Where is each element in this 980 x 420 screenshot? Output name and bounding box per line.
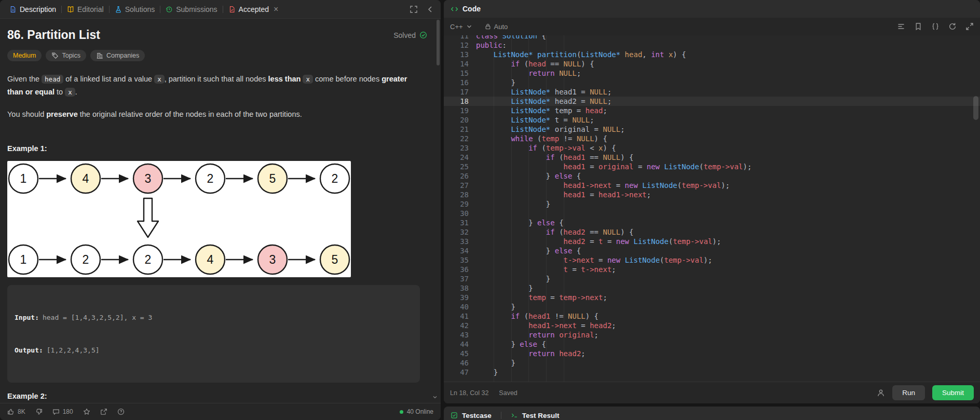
code-line-36[interactable]: 36 t = t->next;	[444, 265, 980, 274]
submit-button[interactable]: Submit	[932, 385, 974, 400]
run-button[interactable]: Run	[892, 385, 925, 400]
help-button[interactable]	[117, 408, 125, 415]
line-content: return head2;	[476, 349, 586, 358]
scrollbar-thumb[interactable]	[437, 20, 440, 65]
code-line-19[interactable]: 19 ListNode* temp = head;	[444, 106, 980, 115]
code-line-30[interactable]: 30	[444, 209, 980, 218]
tab-editorial[interactable]: Editorial	[62, 0, 109, 18]
code-line-29[interactable]: 29 }	[444, 199, 980, 209]
code-line-22[interactable]: 22 while (temp != NULL) {	[444, 134, 980, 143]
share-button[interactable]	[100, 408, 107, 415]
debugger-icon[interactable]	[877, 389, 885, 397]
line-content: t->next = new ListNode(temp->val);	[476, 255, 712, 265]
code-line-28[interactable]: 28 head1 = head1->next;	[444, 190, 980, 199]
code-line-44[interactable]: 44 } else {	[444, 340, 980, 349]
code-line-37[interactable]: 37 }	[444, 274, 980, 283]
expand-panel-icon[interactable]	[410, 5, 418, 13]
tab-test-result[interactable]: Test Result	[522, 412, 560, 419]
tab-label: Editorial	[77, 5, 104, 13]
language-selector[interactable]: C++	[450, 23, 473, 31]
topics-badge[interactable]: Topics	[46, 50, 86, 61]
code-line-31[interactable]: 31 } else {	[444, 218, 980, 227]
code-line-11[interactable]: 11class Solution {	[444, 35, 980, 40]
favorite-button[interactable]	[83, 408, 90, 415]
close-icon[interactable]: ×	[274, 5, 278, 13]
code-line-39[interactable]: 39 temp = temp->next;	[444, 293, 980, 302]
tab-accepted[interactable]: Accepted×	[223, 0, 284, 18]
comments-button[interactable]: 180	[52, 408, 73, 415]
inline-code: x	[154, 75, 165, 84]
inline-code: x	[303, 75, 313, 84]
tab-solutions[interactable]: Solutions	[110, 0, 160, 18]
companies-badge[interactable]: Companies	[90, 50, 145, 61]
code-line-20[interactable]: 20 ListNode* t = NULL;	[444, 115, 980, 125]
scroll-down-icon[interactable]	[432, 394, 438, 400]
code-line-35[interactable]: 35 t->next = new ListNode(temp->val);	[444, 255, 980, 265]
example-1-label: Example 1:	[7, 144, 427, 153]
code-line-24[interactable]: 24 if (head1 == NULL) {	[444, 153, 980, 162]
code-line-23[interactable]: 23 if (temp->val < x) {	[444, 143, 980, 153]
code-line-16[interactable]: 16 }	[444, 78, 980, 87]
line-content: head1 = original = new ListNode(temp->va…	[476, 162, 752, 171]
code-line-46[interactable]: 46 }	[444, 358, 980, 368]
fullscreen-icon[interactable]	[965, 22, 974, 31]
code-line-25[interactable]: 25 head1 = original = new ListNode(temp-…	[444, 162, 980, 171]
code-line-38[interactable]: 38 }	[444, 283, 980, 293]
line-content: temp = temp->next;	[476, 293, 607, 302]
list-node-value: 5	[269, 172, 276, 185]
code-line-47[interactable]: 47 }	[444, 368, 980, 377]
accepted-result-icon	[228, 6, 236, 13]
code-line-34[interactable]: 34 } else {	[444, 246, 980, 255]
tab-testcase[interactable]: Testcase	[462, 412, 492, 419]
code-editor[interactable]: 11class Solution {12public:13 ListNode* …	[444, 35, 980, 382]
difficulty-badge[interactable]: Medium	[7, 50, 42, 61]
format-code-icon[interactable]	[897, 22, 905, 31]
question-icon	[117, 408, 125, 415]
line-content: return original;	[476, 330, 598, 340]
code-line-14[interactable]: 14 if (head == NULL) {	[444, 59, 980, 69]
line-content: head1->next = new ListNode(temp->val);	[476, 181, 730, 190]
code-line-27[interactable]: 27 head1->next = new ListNode(temp->val)…	[444, 181, 980, 190]
code-line-17[interactable]: 17 ListNode* head1 = NULL;	[444, 87, 980, 97]
save-status: Saved	[499, 389, 517, 397]
editor-scrollbar[interactable]	[973, 96, 978, 120]
code-line-26[interactable]: 26 } else {	[444, 171, 980, 181]
code-line-45[interactable]: 45 return head2;	[444, 349, 980, 358]
code-line-40[interactable]: 40 }	[444, 302, 980, 311]
companies-label: Companies	[106, 52, 139, 59]
code-line-12[interactable]: 12public:	[444, 40, 980, 50]
terminal-icon	[511, 412, 518, 419]
line-content: if (head == NULL) {	[476, 59, 594, 69]
share-icon	[100, 408, 107, 415]
line-content: if (temp->val < x) {	[476, 143, 616, 153]
code-line-13[interactable]: 13 ListNode* partition(ListNode* head, i…	[444, 50, 980, 59]
dislike-button[interactable]	[35, 408, 43, 415]
code-line-21[interactable]: 21 ListNode* original = NULL;	[444, 125, 980, 134]
left-scrollbar[interactable]	[436, 20, 440, 65]
line-number: 39	[444, 293, 469, 302]
reset-code-icon[interactable]	[948, 22, 957, 31]
code-line-32[interactable]: 32 if (head2 == NULL) {	[444, 227, 980, 237]
code-line-18[interactable]: 18 ListNode* head2 = NULL;	[444, 97, 980, 106]
problem-panel: DescriptionEditorialSolutionsSubmissions…	[0, 0, 441, 420]
list-node-value: 1	[20, 172, 27, 185]
code-line-43[interactable]: 43 return original;	[444, 330, 980, 340]
tab-description[interactable]: Description	[4, 0, 61, 18]
collapse-panel-icon[interactable]	[426, 5, 434, 13]
building-icon	[96, 52, 103, 59]
snippets-icon[interactable]	[931, 22, 940, 31]
bookmark-icon[interactable]	[914, 22, 922, 31]
line-number: 17	[444, 87, 469, 97]
auto-save-toggle[interactable]: Auto	[484, 23, 508, 31]
input-label: Input:	[15, 314, 39, 321]
code-line-15[interactable]: 15 return NULL;	[444, 69, 980, 78]
line-content: if (head1 != NULL) {	[476, 311, 598, 321]
code-line-33[interactable]: 33 head2 = t = new ListNode(temp->val);	[444, 237, 980, 246]
code-line-42[interactable]: 42 head1->next = head2;	[444, 321, 980, 330]
like-button[interactable]: 8K	[7, 408, 25, 415]
tab-submissions[interactable]: Submissions	[160, 0, 222, 18]
line-content: } else {	[476, 246, 581, 255]
code-line-41[interactable]: 41 if (head1 != NULL) {	[444, 311, 980, 321]
linked-list-diagram: 143252122435	[7, 161, 351, 277]
line-number: 33	[444, 237, 469, 246]
